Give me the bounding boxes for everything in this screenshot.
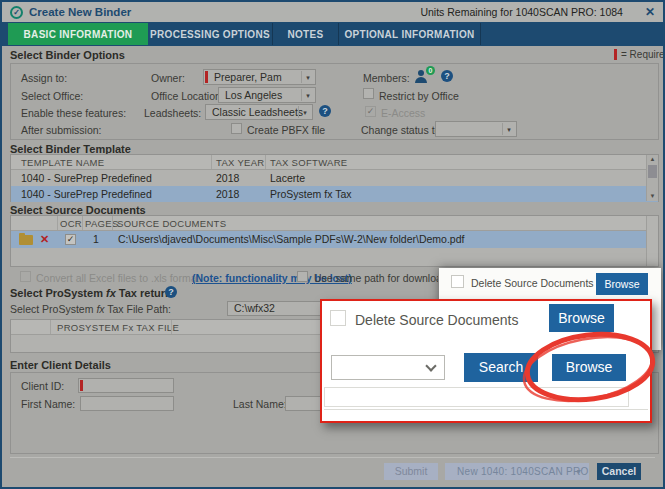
binder-type-select: New 1040: 1040SCAN PRO ▾ bbox=[445, 463, 589, 480]
scroll-up-icon[interactable]: ▲ bbox=[647, 155, 658, 164]
tax-file-dropdown-zoomed[interactable] bbox=[331, 355, 445, 380]
after-submission-label: After submission: bbox=[21, 124, 102, 136]
owner-label: Owner: bbox=[151, 72, 185, 84]
browse-button-circled[interactable]: Browse bbox=[552, 354, 626, 381]
create-pbfx-label: Create PBFX file bbox=[247, 124, 325, 136]
folder-open-icon[interactable] bbox=[19, 235, 33, 245]
source-table-header: OCR PAGES SOURCE DOCUMENTS bbox=[11, 216, 658, 231]
select-office-label: Select Office: bbox=[21, 90, 83, 102]
client-id-field[interactable] bbox=[78, 378, 174, 393]
last-name-label: Last Name: bbox=[233, 398, 287, 410]
first-name-label: First Name: bbox=[21, 398, 75, 410]
submit-button: Submit bbox=[384, 463, 438, 480]
delete-source-checkbox[interactable] bbox=[451, 275, 464, 288]
help-icon[interactable]: ? bbox=[319, 105, 331, 117]
section-client-details: Enter Client Details bbox=[10, 359, 111, 371]
assign-to-label: Assign to: bbox=[21, 72, 67, 84]
tab-processing-options[interactable]: PROCESSING OPTIONS bbox=[148, 23, 273, 45]
chevron-down-icon: ▾ bbox=[301, 89, 314, 101]
delete-source-checkbox-zoomed[interactable] bbox=[330, 310, 346, 326]
section-prosystem-return: Select ProSystem fx Tax return bbox=[10, 287, 172, 299]
delete-x-icon[interactable]: ✕ bbox=[40, 234, 49, 245]
source-table-scroll-strip bbox=[646, 216, 658, 266]
source-documents-table: OCR PAGES SOURCE DOCUMENTS ✕ ✓ 1 C:\User… bbox=[10, 215, 659, 267]
tab-bar: BASIC INFORMATION PROCESSING OPTIONS NOT… bbox=[2, 22, 663, 46]
browse-button-zoomed[interactable]: Browse bbox=[549, 304, 614, 332]
change-status-label: Change status to: bbox=[361, 124, 443, 136]
client-id-label: Client ID: bbox=[21, 380, 64, 392]
tab-basic-information[interactable]: BASIC INFORMATION bbox=[8, 23, 148, 45]
source-document-path: C:\Users\djaved\Documents\Misc\Sample PD… bbox=[118, 233, 464, 245]
owner-select[interactable]: Preparer, Pam ▾ bbox=[203, 69, 316, 85]
browse-button[interactable]: Browse bbox=[596, 273, 648, 295]
restrict-by-office-label: Restrict by Office bbox=[379, 90, 459, 102]
restrict-by-office-checkbox[interactable] bbox=[363, 88, 374, 99]
tab-notes[interactable]: NOTES bbox=[273, 23, 339, 45]
section-binder-options: Select Binder Options bbox=[10, 49, 125, 61]
tax-file-row bbox=[324, 409, 648, 421]
dialog-title: Create New Binder bbox=[29, 6, 131, 18]
e-access-label: E-Access bbox=[381, 107, 425, 119]
chevron-down-icon: ▾ bbox=[502, 123, 515, 135]
chevron-down-icon bbox=[425, 360, 436, 371]
tax-file-row bbox=[324, 387, 629, 407]
convert-excel-checkbox bbox=[20, 271, 31, 282]
leadsheets-select[interactable]: Classic Leadsheets ▾ bbox=[205, 104, 313, 120]
delete-source-label: Delete Source Documents bbox=[471, 277, 594, 289]
cancel-button[interactable]: Cancel bbox=[597, 463, 641, 480]
enable-features-label: Enable these features: bbox=[21, 107, 126, 119]
same-path-checkbox[interactable] bbox=[297, 271, 308, 282]
required-marker bbox=[80, 380, 83, 391]
required-marker bbox=[614, 49, 617, 60]
tab-optional-information[interactable]: OPTIONAL INFORMATION bbox=[339, 23, 481, 45]
change-status-select[interactable]: ▾ bbox=[435, 121, 517, 137]
binder-template-table: TEMPLATE NAME TAX YEAR TAX SOFTWARE 1040… bbox=[10, 154, 659, 202]
source-document-row[interactable]: ✕ ✓ 1 C:\Users\djaved\Documents\Misc\Sam… bbox=[11, 231, 658, 248]
title-bar: ✓ Create New Binder Units Remaining for … bbox=[2, 2, 663, 22]
prosystem-path-label: Select ProSystem fx Tax File Path: bbox=[10, 303, 171, 315]
office-location-select[interactable]: Los Angeles ▾ bbox=[218, 87, 316, 103]
create-new-binder-dialog: ✓ Create New Binder Units Remaining for … bbox=[0, 0, 665, 489]
leadsheets-label: Leadsheets: bbox=[144, 107, 201, 119]
template-row-selected[interactable]: 1040 - SurePrep Predefined 2018 ProSyste… bbox=[11, 186, 658, 202]
search-button-zoomed[interactable]: Search bbox=[464, 353, 538, 382]
help-icon[interactable]: ? bbox=[441, 70, 453, 82]
check-circle-icon: ✓ bbox=[10, 6, 23, 19]
binder-options-group: Assign to: Owner: Preparer, Pam ▾ Member… bbox=[10, 63, 659, 140]
help-icon[interactable]: ? bbox=[165, 286, 177, 298]
same-path-label: Use same path for download bbox=[314, 272, 438, 284]
close-icon[interactable]: ✕ bbox=[645, 5, 655, 19]
scroll-down-icon[interactable]: ▼ bbox=[647, 192, 658, 201]
required-legend: = Required Fields bbox=[621, 49, 665, 60]
members-icon[interactable]: 0 bbox=[415, 70, 430, 83]
chevron-down-icon: ▾ bbox=[301, 71, 314, 83]
scrollbar-thumb[interactable] bbox=[648, 165, 657, 178]
required-marker bbox=[205, 71, 208, 83]
units-remaining: Units Remaining for 1040SCAN PRO: 1084 bbox=[420, 6, 623, 18]
first-name-field[interactable] bbox=[80, 396, 174, 411]
create-pbfx-checkbox[interactable] bbox=[231, 123, 242, 134]
office-location-label: Office Location: bbox=[151, 90, 224, 102]
template-table-header: TEMPLATE NAME TAX YEAR TAX SOFTWARE bbox=[11, 155, 658, 170]
members-label: Members: bbox=[363, 72, 410, 84]
ocr-checkbox[interactable]: ✓ bbox=[65, 234, 76, 245]
chevron-down-icon: ▾ bbox=[298, 106, 311, 118]
footer-divider bbox=[10, 457, 655, 458]
template-row[interactable]: 1040 - SurePrep Predefined 2018 Lacerte bbox=[11, 170, 658, 186]
template-table-scrollbar[interactable]: ▲ ▼ bbox=[646, 155, 658, 201]
delete-source-label-zoomed: Delete Source Documents bbox=[355, 312, 518, 328]
members-count-badge: 0 bbox=[426, 66, 435, 75]
zoom-callout: Delete Source Documents Browse Search Br… bbox=[320, 299, 652, 423]
chevron-down-icon: ▾ bbox=[577, 463, 581, 480]
e-access-checkbox: ✓ bbox=[365, 106, 376, 117]
convert-excel-label: Convert all Excel files to .xls format bbox=[36, 272, 199, 284]
